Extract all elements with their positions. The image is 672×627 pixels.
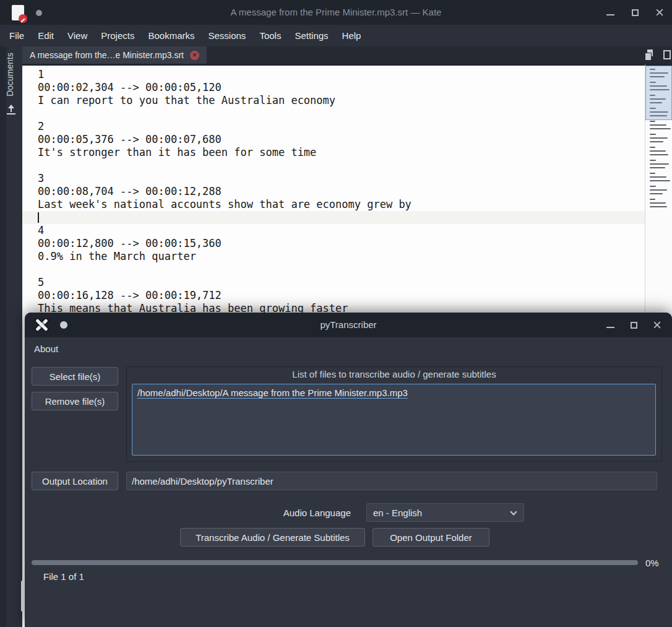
editor-line-3[interactable]: I can report to you that the Australian … bbox=[22, 94, 645, 107]
pytranscriber-window-controls bbox=[605, 313, 662, 337]
kate-menu-bookmarks[interactable]: Bookmarks bbox=[141, 25, 201, 46]
audio-language-value: en - English bbox=[373, 508, 422, 518]
minimap-block bbox=[650, 186, 672, 194]
minimap-block bbox=[650, 121, 672, 129]
kate-left-toolbar: Documents bbox=[0, 46, 22, 627]
editor-line-11[interactable]: Last week's national accounts show that … bbox=[22, 198, 645, 211]
minimize-button[interactable] bbox=[605, 7, 615, 17]
scrollbar-sliver bbox=[21, 581, 24, 612]
chevron-down-icon bbox=[510, 508, 517, 515]
progress-percent-label: 0% bbox=[645, 558, 659, 568]
kate-menu-sessions[interactable]: Sessions bbox=[202, 25, 253, 46]
close-button[interactable] bbox=[652, 320, 662, 330]
close-button[interactable] bbox=[655, 7, 665, 17]
kate-window-controls bbox=[605, 0, 665, 25]
menu-about[interactable]: About bbox=[25, 337, 67, 361]
output-location-button[interactable]: Output Location bbox=[32, 472, 118, 490]
kate-window-title: A message from the Prime Minister.mp3.sr… bbox=[0, 0, 672, 25]
minimap-block bbox=[650, 160, 672, 168]
kate-menu-tools[interactable]: Tools bbox=[252, 25, 288, 46]
minimap-block bbox=[650, 134, 672, 142]
remove-files-button[interactable]: Remove file(s) bbox=[32, 392, 118, 410]
pytranscriber-window-title: pyTranscriber bbox=[25, 313, 672, 337]
editor-line-15[interactable]: 0.9% in the March quarter bbox=[22, 250, 645, 263]
document-tab-label: A message from the…e Minister.mp3.srt bbox=[30, 50, 184, 60]
pytranscriber-titlebar: pyTranscriber bbox=[25, 313, 672, 337]
editor-line-1[interactable]: 1 bbox=[22, 68, 645, 81]
kate-menubar: FileEditViewProjectsBookmarksSessionsToo… bbox=[0, 25, 672, 46]
minimap-block bbox=[650, 173, 672, 181]
kate-menu-file[interactable]: File bbox=[2, 25, 31, 46]
maximize-icon bbox=[632, 9, 639, 16]
audio-language-label: Audio Language bbox=[258, 508, 351, 518]
document-tab[interactable]: A message from the…e Minister.mp3.srt bbox=[22, 46, 207, 64]
maximize-icon bbox=[631, 322, 637, 329]
file-list-item[interactable]: /home/adhi/Desktop/A message from the Pr… bbox=[132, 386, 655, 399]
editor-line-12[interactable] bbox=[22, 211, 645, 224]
editor-line-8[interactable] bbox=[22, 159, 645, 172]
minimap-block bbox=[650, 95, 672, 103]
minimap-block bbox=[650, 69, 672, 77]
file-count-label: File 1 of 1 bbox=[43, 571, 84, 582]
editor-line-2[interactable]: 00:00:02,304 --> 00:00:05,120 bbox=[22, 81, 645, 94]
open-document-icon[interactable] bbox=[7, 105, 15, 115]
minimap-block bbox=[650, 108, 672, 116]
open-output-folder-button[interactable]: Open Output Folder bbox=[373, 528, 489, 547]
editor-line-9[interactable]: 3 bbox=[22, 172, 645, 185]
editor-line-13[interactable]: 4 bbox=[22, 224, 645, 237]
file-list[interactable]: /home/adhi/Desktop/A message from the Pr… bbox=[132, 384, 656, 456]
maximize-button[interactable] bbox=[629, 320, 639, 330]
minimap-block bbox=[650, 147, 672, 155]
minimap-block bbox=[650, 82, 672, 90]
kate-menu-settings[interactable]: Settings bbox=[288, 25, 335, 46]
editor-line-7[interactable]: It's stronger than it has been for some … bbox=[22, 146, 645, 159]
progress-bar bbox=[32, 560, 638, 565]
editor-line-14[interactable]: 00:00:12,800 --> 00:00:15,360 bbox=[22, 237, 645, 250]
duplicate-document-icon[interactable] bbox=[645, 50, 655, 60]
kate-menu-projects[interactable]: Projects bbox=[94, 25, 141, 46]
output-path-field[interactable] bbox=[126, 472, 657, 490]
pytranscriber-menubar: About bbox=[25, 337, 672, 361]
editor-line-18[interactable]: 00:00:16,128 --> 00:00:19,712 bbox=[22, 289, 645, 302]
pytranscriber-window: pyTranscriber About Select file(s) Remov… bbox=[25, 313, 672, 627]
kate-titlebar: A message from the Prime Minister.mp3.sr… bbox=[0, 0, 672, 25]
tab-close-icon[interactable] bbox=[190, 51, 199, 60]
editor-line-5[interactable]: 2 bbox=[22, 120, 645, 133]
kate-menu-help[interactable]: Help bbox=[335, 25, 368, 46]
audio-language-select[interactable]: en - English bbox=[366, 503, 524, 522]
maximize-button[interactable] bbox=[630, 7, 640, 17]
minimap-content bbox=[645, 66, 672, 207]
file-list-groupbox: List of files to transcribe audio / gene… bbox=[126, 366, 662, 462]
minimize-icon bbox=[606, 327, 614, 328]
editor-line-10[interactable]: 00:00:08,704 --> 00:00:12,288 bbox=[22, 185, 645, 198]
editor-line-6[interactable]: 00:00:05,376 --> 00:00:07,680 bbox=[22, 133, 645, 146]
editor-line-4[interactable] bbox=[22, 107, 645, 120]
file-list-group-title: List of files to transcribe audio / gene… bbox=[127, 369, 661, 379]
close-icon bbox=[655, 8, 664, 17]
tabbar-actions bbox=[645, 50, 671, 60]
minimize-icon bbox=[606, 14, 614, 15]
sidebar-documents-tab[interactable]: Documents bbox=[5, 53, 15, 97]
kate-menu-view[interactable]: View bbox=[61, 25, 94, 46]
editor-line-17[interactable]: 5 bbox=[22, 276, 645, 289]
transcribe-button[interactable]: Transcribe Audio / Generate Subtitles bbox=[180, 528, 365, 547]
kate-tabbar: A message from the…e Minister.mp3.srt bbox=[22, 46, 672, 64]
minimap-block bbox=[650, 199, 672, 207]
kate-menu-edit[interactable]: Edit bbox=[31, 25, 61, 46]
minimize-button[interactable] bbox=[605, 320, 615, 330]
text-cursor bbox=[38, 212, 39, 223]
select-files-button[interactable]: Select file(s) bbox=[32, 367, 118, 386]
editor-line-16[interactable] bbox=[22, 263, 645, 276]
close-icon bbox=[653, 321, 661, 329]
split-view-icon[interactable] bbox=[663, 50, 671, 59]
